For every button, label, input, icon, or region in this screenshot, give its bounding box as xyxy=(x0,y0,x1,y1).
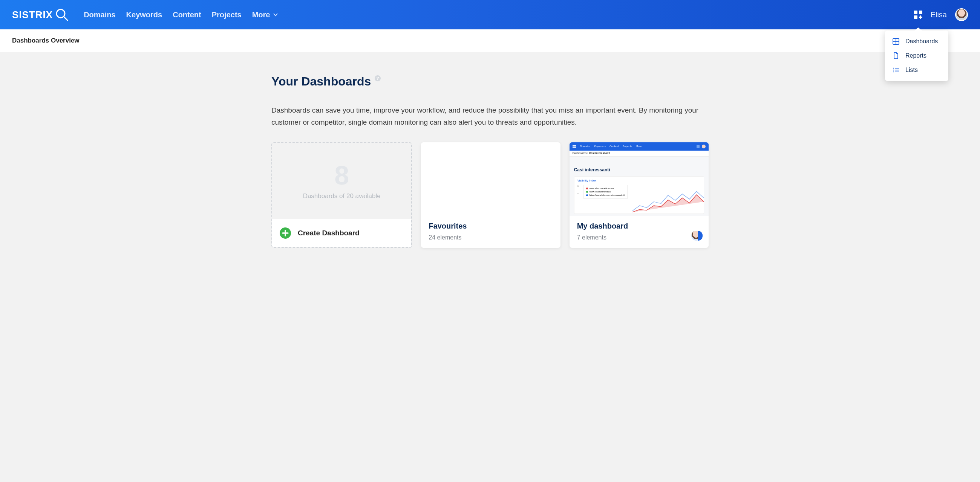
nav-content-label: Content xyxy=(173,11,201,19)
dashboards-count: 8 xyxy=(334,162,349,189)
svg-point-14 xyxy=(893,71,894,72)
page-description: Dashboards can save you time, improve yo… xyxy=(271,104,709,129)
nav-keywords[interactable]: Keywords xyxy=(126,11,162,19)
mini-crumb-root: Dashboards xyxy=(573,152,587,154)
mini-axis-a: 6 xyxy=(578,185,579,187)
mini-panel: Visibility Index 6 5 www.kikocosmetics.c… xyxy=(574,176,704,214)
nav-projects[interactable]: Projects xyxy=(212,11,242,19)
main-nav: Domains Keywords Content Projects More xyxy=(84,11,278,19)
legend-dot-icon xyxy=(586,191,588,193)
dashboard-card-favourites[interactable]: Favourites 24 elements xyxy=(421,142,560,248)
dropdown-dashboards[interactable]: Dashboards xyxy=(885,34,948,49)
nav-domains[interactable]: Domains xyxy=(84,11,115,19)
username[interactable]: Elisa xyxy=(931,11,947,19)
card-owner-avatar xyxy=(691,231,701,241)
mini-nav-keywords: Keywords xyxy=(594,145,606,147)
apps-icon[interactable] xyxy=(914,11,922,19)
page-title: Your Dashboards xyxy=(271,75,371,89)
svg-rect-2 xyxy=(914,11,918,14)
apps-dropdown: Dashboards Reports Lists xyxy=(885,30,948,81)
nav-keywords-label: Keywords xyxy=(126,11,162,19)
nav-projects-label: Projects xyxy=(212,11,242,19)
card-title: My dashboard xyxy=(577,222,701,230)
nav-content[interactable]: Content xyxy=(173,11,201,19)
mini-axis-b: 5 xyxy=(578,192,579,195)
card-title: Favourites xyxy=(429,222,552,230)
mini-nav-more: More xyxy=(636,145,642,147)
svg-rect-3 xyxy=(919,11,922,14)
logo[interactable]: SISTRIX xyxy=(12,8,68,21)
mini-dashboard-preview: Domains Keywords Content Projects More D… xyxy=(570,142,709,216)
nav-more[interactable]: More xyxy=(252,11,278,19)
grid-icon xyxy=(892,38,899,45)
nav-domains-label: Domains xyxy=(84,11,115,19)
dropdown-reports[interactable]: Reports xyxy=(885,49,948,63)
mini-chart xyxy=(633,187,704,214)
mini-nav-content: Content xyxy=(609,145,619,147)
breadcrumb: Dashboards Overview xyxy=(12,37,80,44)
card-preview: Domains Keywords Content Projects More D… xyxy=(570,142,709,216)
top-bar: SISTRIX Domains Keywords Content Project… xyxy=(0,0,980,29)
legend-label-0: www.kikocosmetics.com xyxy=(590,187,614,190)
card-footer: Favourites 24 elements xyxy=(421,216,560,248)
mini-title: Casi interessanti xyxy=(574,167,704,173)
dropdown-lists[interactable]: Lists xyxy=(885,63,948,77)
svg-point-12 xyxy=(893,70,894,70)
card-footer: My dashboard 7 elements xyxy=(570,216,709,248)
svg-rect-4 xyxy=(914,16,918,19)
mini-panel-title: Visibility Index xyxy=(578,179,701,182)
title-row: Your Dashboards ? xyxy=(271,75,709,89)
mini-topbar: Domains Keywords Content Projects More xyxy=(570,142,709,151)
legend-dot-icon xyxy=(586,187,588,189)
mini-crumb-current: Casi interessanti xyxy=(589,152,610,154)
mini-breadcrumb: Dashboards › Casi interessanti xyxy=(570,151,709,157)
card-preview xyxy=(421,142,560,216)
avatar[interactable] xyxy=(955,8,968,21)
dashboard-card-mydashboard[interactable]: Domains Keywords Content Projects More D… xyxy=(570,142,709,248)
svg-rect-6 xyxy=(919,17,922,18)
sub-header: Dashboards Overview xyxy=(0,29,980,52)
dropdown-reports-label: Reports xyxy=(905,52,926,59)
chevron-down-icon xyxy=(273,12,278,17)
topbar-right: Elisa Dashboards Reports Lists xyxy=(914,8,968,21)
card-subtitle: 24 elements xyxy=(429,234,552,241)
logo-text: SISTRIX xyxy=(12,9,53,21)
hamburger-icon xyxy=(573,145,576,147)
document-icon xyxy=(892,52,899,59)
container: Your Dashboards ? Dashboards can save yo… xyxy=(271,75,709,248)
mini-legend: www.kikocosmetics.com www.kikocosmetics.… xyxy=(584,185,628,199)
svg-line-1 xyxy=(64,17,67,20)
list-icon xyxy=(892,67,899,73)
mini-nav-projects: Projects xyxy=(623,145,632,147)
svg-point-0 xyxy=(57,10,65,18)
dropdown-dashboards-label: Dashboards xyxy=(905,38,938,45)
dropdown-lists-label: Lists xyxy=(905,67,918,73)
help-icon[interactable]: ? xyxy=(375,75,381,81)
create-dashboard-button[interactable]: Create Dashboard xyxy=(272,219,411,247)
dashboards-available-text: Dashboards of 20 available xyxy=(303,192,381,200)
plus-circle-icon xyxy=(280,227,291,239)
mini-body: Casi interessanti Visibility Index 6 5 w… xyxy=(570,157,709,216)
cards-row: 8 Dashboards of 20 available Create Dash… xyxy=(271,142,709,248)
legend-label-1: www.kikocosmetics.it xyxy=(590,190,611,193)
mini-apps-icon xyxy=(697,145,700,148)
svg-point-10 xyxy=(893,68,894,68)
mini-nav-domains: Domains xyxy=(580,145,591,147)
nav-more-label: More xyxy=(252,11,270,19)
card-subtitle: 7 elements xyxy=(577,234,606,241)
search-icon xyxy=(55,8,68,21)
svg-text:?: ? xyxy=(377,76,379,81)
create-card-top: 8 Dashboards of 20 available xyxy=(272,143,411,219)
mini-axis: 6 5 xyxy=(578,185,579,195)
legend-label-2: https://www.kikocosmetics.com/it-it/ xyxy=(590,193,625,197)
mini-avatar xyxy=(702,144,706,148)
legend-dot-icon xyxy=(586,194,588,196)
main: Your Dashboards ? Dashboards can save yo… xyxy=(0,52,980,263)
create-dashboard-card[interactable]: 8 Dashboards of 20 available Create Dash… xyxy=(271,142,412,248)
create-dashboard-label: Create Dashboard xyxy=(298,229,360,237)
